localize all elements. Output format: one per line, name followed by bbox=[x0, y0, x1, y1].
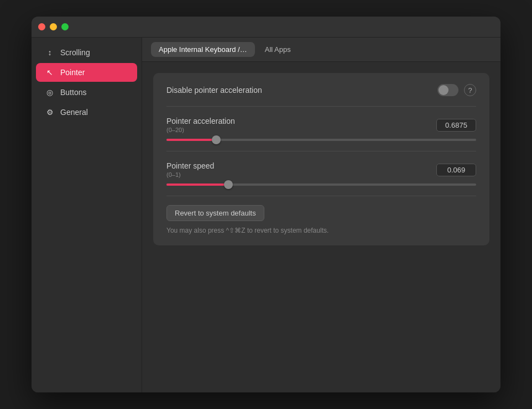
pointer-speed-track-fill bbox=[166, 183, 228, 186]
right-panel: Apple Internal Keyboard /… All Apps Disa… bbox=[142, 38, 500, 392]
toggle-controls: ? bbox=[437, 84, 476, 96]
disable-pointer-acceleration-toggle[interactable] bbox=[437, 84, 458, 96]
pointer-speed-label: Pointer speed bbox=[166, 161, 214, 170]
pointer-acceleration-value[interactable] bbox=[436, 119, 476, 132]
tab-all-apps[interactable]: All Apps bbox=[257, 42, 299, 57]
minimize-button[interactable] bbox=[50, 23, 57, 30]
pointer-acceleration-info: Pointer acceleration (0–20) bbox=[166, 117, 235, 133]
sidebar-item-general[interactable]: ⚙ General bbox=[36, 103, 137, 122]
maximize-button[interactable] bbox=[61, 23, 69, 30]
pointer-acceleration-range: (0–20) bbox=[166, 127, 235, 133]
help-button[interactable]: ? bbox=[464, 84, 476, 96]
pointer-speed-row: Pointer speed (0–1) bbox=[166, 151, 476, 196]
tab-keyboard-label: Apple Internal Keyboard /… bbox=[159, 45, 247, 54]
pointer-icon: ↖ bbox=[45, 67, 55, 77]
content-area: Disable pointer acceleration ? Pointer a… bbox=[142, 62, 500, 392]
pointer-acceleration-slider-container bbox=[166, 139, 476, 141]
pointer-acceleration-track-fill bbox=[166, 139, 216, 141]
tab-keyboard[interactable]: Apple Internal Keyboard /… bbox=[151, 42, 255, 57]
scrolling-icon: ↕ bbox=[45, 48, 55, 57]
tab-bar: Apple Internal Keyboard /… All Apps bbox=[142, 38, 500, 62]
pointer-speed-slider-container bbox=[166, 183, 476, 186]
sidebar-item-scrolling-label: Scrolling bbox=[60, 48, 90, 57]
general-icon: ⚙ bbox=[45, 107, 55, 117]
pointer-speed-header: Pointer speed (0–1) bbox=[166, 161, 476, 178]
tab-all-apps-label: All Apps bbox=[265, 45, 291, 54]
settings-card: Disable pointer acceleration ? Pointer a… bbox=[153, 73, 489, 245]
pointer-acceleration-row: Pointer acceleration (0–20) bbox=[166, 107, 476, 151]
titlebar bbox=[32, 17, 500, 38]
sidebar-item-buttons[interactable]: ◎ Buttons bbox=[36, 83, 137, 102]
traffic-lights bbox=[38, 23, 69, 30]
main-content: ↕ Scrolling ↖ Pointer ◎ Buttons ⚙ Genera… bbox=[32, 38, 500, 392]
pointer-acceleration-header: Pointer acceleration (0–20) bbox=[166, 117, 476, 133]
close-button[interactable] bbox=[38, 23, 45, 30]
sidebar-item-pointer-label: Pointer bbox=[60, 68, 85, 77]
buttons-icon: ◎ bbox=[45, 87, 55, 97]
sidebar-item-scrolling[interactable]: ↕ Scrolling bbox=[36, 43, 137, 62]
sidebar: ↕ Scrolling ↖ Pointer ◎ Buttons ⚙ Genera… bbox=[32, 38, 142, 392]
disable-pointer-acceleration-label: Disable pointer acceleration bbox=[166, 86, 262, 95]
disable-pointer-acceleration-row: Disable pointer acceleration ? bbox=[166, 84, 476, 107]
hint-text: You may also press ^⇧⌘Z to revert to sys… bbox=[166, 227, 476, 234]
pointer-acceleration-label: Pointer acceleration bbox=[166, 117, 235, 125]
pointer-speed-thumb[interactable] bbox=[224, 180, 233, 189]
revert-button[interactable]: Revert to system defaults bbox=[166, 205, 264, 221]
pointer-speed-value[interactable] bbox=[436, 164, 476, 176]
sidebar-item-pointer[interactable]: ↖ Pointer bbox=[36, 63, 137, 82]
sidebar-item-general-label: General bbox=[60, 108, 88, 117]
pointer-acceleration-slider[interactable] bbox=[166, 139, 476, 141]
sidebar-item-buttons-label: Buttons bbox=[60, 88, 86, 97]
app-window: ↕ Scrolling ↖ Pointer ◎ Buttons ⚙ Genera… bbox=[32, 17, 500, 392]
pointer-speed-slider[interactable] bbox=[166, 183, 476, 186]
pointer-speed-range: (0–1) bbox=[166, 171, 214, 178]
pointer-acceleration-thumb[interactable] bbox=[212, 135, 221, 144]
pointer-speed-info: Pointer speed (0–1) bbox=[166, 161, 214, 178]
revert-section: Revert to system defaults You may also p… bbox=[166, 196, 476, 234]
